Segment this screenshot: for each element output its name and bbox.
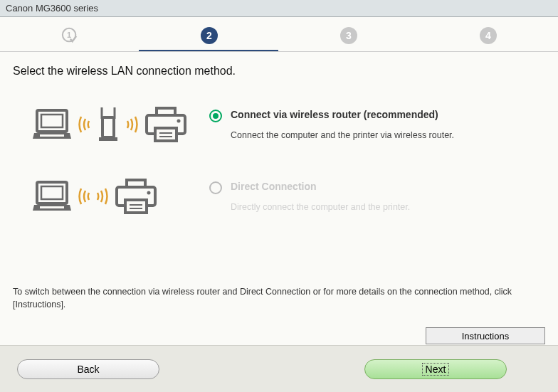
option-title: Connect via wireless router (recommended…: [231, 109, 454, 120]
printer-icon: [114, 179, 158, 214]
svg-point-20: [147, 191, 151, 195]
window-titlebar: Canon MG3600 series: [0, 0, 558, 17]
waves-left-icon: [77, 186, 91, 207]
laptop-icon: [31, 179, 73, 213]
svg-rect-4: [40, 134, 64, 137]
waves-right-icon: [125, 114, 140, 135]
laptop-icon: [31, 107, 73, 142]
svg-rect-7: [102, 117, 114, 137]
svg-rect-16: [41, 186, 63, 199]
waves-right-icon: [95, 186, 110, 207]
illustration-router: [31, 106, 209, 143]
footer-bar: Back Next: [0, 345, 558, 392]
option-desc: Connect the computer and the printer via…: [231, 130, 454, 140]
options-area: Connect via wireless router (recommended…: [0, 78, 558, 214]
step-indicator: 1 2 3 4: [0, 17, 558, 51]
step-3-pending: 3: [340, 27, 357, 44]
waves-left-icon: [77, 114, 91, 135]
svg-rect-3: [41, 115, 63, 127]
page-heading: Select the wireless LAN connection metho…: [0, 52, 558, 78]
step-2-active: 2: [201, 27, 218, 44]
svg-text:1: 1: [67, 31, 71, 39]
option-direct-connection: Direct Connection Directly connect the c…: [31, 179, 541, 214]
window-title: Canon MG3600 series: [6, 3, 98, 14]
router-icon: [95, 106, 121, 143]
svg-rect-8: [99, 137, 117, 141]
next-button[interactable]: Next: [364, 359, 507, 379]
instructions-button[interactable]: Instructions: [426, 327, 545, 344]
step-4-pending: 4: [480, 27, 497, 44]
radio-wireless-router[interactable]: [209, 110, 222, 122]
svg-rect-17: [40, 206, 64, 208]
svg-rect-21: [125, 200, 147, 213]
printer-icon: [144, 107, 188, 142]
main-content: 1 2 3 4 Select the wireless LAN connecti…: [0, 17, 558, 345]
radio-direct-connection: [209, 181, 222, 194]
option-desc: Directly connect the computer and the pr…: [231, 202, 410, 212]
option-title: Direct Connection: [231, 181, 410, 192]
step-1-done: 1: [61, 27, 78, 44]
note-text: To switch between the connection via wir…: [0, 286, 558, 311]
svg-rect-12: [155, 128, 177, 141]
option-wireless-router[interactable]: Connect via wireless router (recommended…: [31, 106, 541, 143]
illustration-direct: [31, 179, 209, 214]
svg-point-11: [177, 120, 181, 123]
step-underline: [139, 50, 278, 51]
back-button[interactable]: Back: [17, 359, 159, 379]
